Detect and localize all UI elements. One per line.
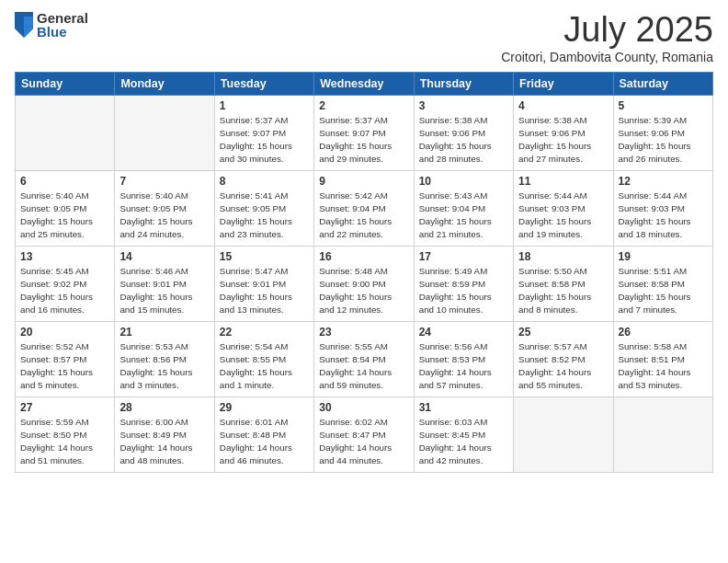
day-number: 2 xyxy=(319,99,408,112)
calendar-cell: 19Sunrise: 5:51 AM Sunset: 8:58 PM Dayli… xyxy=(613,246,712,321)
header: General Blue July 2025 Croitori, Dambovi… xyxy=(15,11,713,64)
day-number: 17 xyxy=(419,250,508,263)
day-info: Sunrise: 5:50 AM Sunset: 8:58 PM Dayligh… xyxy=(518,265,608,317)
day-info: Sunrise: 5:48 AM Sunset: 9:00 PM Dayligh… xyxy=(319,265,408,317)
day-info: Sunrise: 5:55 AM Sunset: 8:54 PM Dayligh… xyxy=(319,340,408,393)
calendar-week-2: 6Sunrise: 5:40 AM Sunset: 9:05 PM Daylig… xyxy=(16,170,713,246)
calendar-cell: 27Sunrise: 5:59 AM Sunset: 8:50 PM Dayli… xyxy=(16,396,115,472)
logo-general: General xyxy=(37,11,88,25)
calendar-cell xyxy=(16,95,115,170)
day-number: 30 xyxy=(319,401,408,414)
title-block: July 2025 Croitori, Dambovita County, Ro… xyxy=(501,11,713,64)
calendar-cell: 7Sunrise: 5:40 AM Sunset: 9:05 PM Daylig… xyxy=(115,170,214,246)
day-info: Sunrise: 6:00 AM Sunset: 8:49 PM Dayligh… xyxy=(119,416,209,468)
day-info: Sunrise: 6:01 AM Sunset: 8:48 PM Dayligh… xyxy=(220,416,309,468)
day-info: Sunrise: 5:54 AM Sunset: 8:55 PM Dayligh… xyxy=(220,340,309,393)
calendar-cell: 26Sunrise: 5:58 AM Sunset: 8:51 PM Dayli… xyxy=(613,321,712,396)
day-info: Sunrise: 5:57 AM Sunset: 8:52 PM Dayligh… xyxy=(518,340,608,393)
day-info: Sunrise: 5:49 AM Sunset: 8:59 PM Dayligh… xyxy=(419,265,508,317)
calendar-cell: 6Sunrise: 5:40 AM Sunset: 9:05 PM Daylig… xyxy=(16,170,115,246)
calendar-cell: 20Sunrise: 5:52 AM Sunset: 8:57 PM Dayli… xyxy=(16,321,115,396)
day-number: 27 xyxy=(20,401,109,414)
calendar-cell: 4Sunrise: 5:38 AM Sunset: 9:06 PM Daylig… xyxy=(514,95,613,170)
day-info: Sunrise: 5:44 AM Sunset: 9:03 PM Dayligh… xyxy=(619,190,708,242)
calendar-cell: 29Sunrise: 6:01 AM Sunset: 8:48 PM Dayli… xyxy=(214,396,313,472)
calendar-cell: 13Sunrise: 5:45 AM Sunset: 9:02 PM Dayli… xyxy=(16,246,115,321)
calendar-cell: 31Sunrise: 6:03 AM Sunset: 8:45 PM Dayli… xyxy=(414,396,513,472)
month-title: July 2025 xyxy=(501,11,713,50)
col-tuesday: Tuesday xyxy=(214,72,313,95)
day-number: 19 xyxy=(619,250,708,263)
day-info: Sunrise: 5:44 AM Sunset: 9:03 PM Dayligh… xyxy=(518,190,608,242)
calendar-cell: 1Sunrise: 5:37 AM Sunset: 9:07 PM Daylig… xyxy=(214,95,313,170)
day-info: Sunrise: 6:02 AM Sunset: 8:47 PM Dayligh… xyxy=(319,416,408,468)
day-info: Sunrise: 5:51 AM Sunset: 8:58 PM Dayligh… xyxy=(619,265,708,317)
calendar-cell: 2Sunrise: 5:37 AM Sunset: 9:07 PM Daylig… xyxy=(314,95,414,170)
day-number: 9 xyxy=(319,175,408,188)
calendar-cell: 16Sunrise: 5:48 AM Sunset: 9:00 PM Dayli… xyxy=(314,246,414,321)
day-info: Sunrise: 5:58 AM Sunset: 8:51 PM Dayligh… xyxy=(619,340,708,393)
day-info: Sunrise: 5:38 AM Sunset: 9:06 PM Dayligh… xyxy=(419,114,508,167)
calendar-cell xyxy=(115,95,214,170)
day-number: 8 xyxy=(220,175,309,188)
calendar-cell: 8Sunrise: 5:41 AM Sunset: 9:05 PM Daylig… xyxy=(214,170,313,246)
day-number: 21 xyxy=(119,326,209,339)
calendar-cell: 14Sunrise: 5:46 AM Sunset: 9:01 PM Dayli… xyxy=(115,246,214,321)
svg-marker-1 xyxy=(24,17,33,38)
day-info: Sunrise: 5:46 AM Sunset: 9:01 PM Dayligh… xyxy=(119,265,209,317)
day-number: 20 xyxy=(20,326,109,339)
day-info: Sunrise: 5:45 AM Sunset: 9:02 PM Dayligh… xyxy=(20,265,109,317)
day-info: Sunrise: 5:41 AM Sunset: 9:05 PM Dayligh… xyxy=(220,190,309,242)
calendar-week-4: 20Sunrise: 5:52 AM Sunset: 8:57 PM Dayli… xyxy=(16,321,713,396)
calendar-week-3: 13Sunrise: 5:45 AM Sunset: 9:02 PM Dayli… xyxy=(16,246,713,321)
col-thursday: Thursday xyxy=(414,72,513,95)
day-info: Sunrise: 5:40 AM Sunset: 9:05 PM Dayligh… xyxy=(119,190,209,242)
day-number: 4 xyxy=(518,99,608,112)
col-monday: Monday xyxy=(115,72,214,95)
day-number: 3 xyxy=(419,99,508,112)
calendar-cell: 9Sunrise: 5:42 AM Sunset: 9:04 PM Daylig… xyxy=(314,170,414,246)
calendar-cell: 22Sunrise: 5:54 AM Sunset: 8:55 PM Dayli… xyxy=(214,321,313,396)
calendar-cell: 30Sunrise: 6:02 AM Sunset: 8:47 PM Dayli… xyxy=(314,396,414,472)
calendar-cell: 21Sunrise: 5:53 AM Sunset: 8:56 PM Dayli… xyxy=(115,321,214,396)
col-sunday: Sunday xyxy=(16,72,115,95)
day-info: Sunrise: 5:53 AM Sunset: 8:56 PM Dayligh… xyxy=(119,340,209,393)
day-number: 26 xyxy=(619,326,708,339)
calendar-cell: 12Sunrise: 5:44 AM Sunset: 9:03 PM Dayli… xyxy=(613,170,712,246)
day-number: 12 xyxy=(619,175,708,188)
day-info: Sunrise: 5:56 AM Sunset: 8:53 PM Dayligh… xyxy=(419,340,508,393)
day-info: Sunrise: 5:37 AM Sunset: 9:07 PM Dayligh… xyxy=(319,114,408,167)
col-wednesday: Wednesday xyxy=(314,72,414,95)
subtitle: Croitori, Dambovita County, Romania xyxy=(501,50,713,64)
day-number: 29 xyxy=(220,401,309,414)
logo-blue: Blue xyxy=(37,25,88,39)
day-info: Sunrise: 5:37 AM Sunset: 9:07 PM Dayligh… xyxy=(220,114,309,167)
calendar-cell: 25Sunrise: 5:57 AM Sunset: 8:52 PM Dayli… xyxy=(514,321,613,396)
calendar-week-5: 27Sunrise: 5:59 AM Sunset: 8:50 PM Dayli… xyxy=(16,396,713,472)
day-info: Sunrise: 5:47 AM Sunset: 9:01 PM Dayligh… xyxy=(220,265,309,317)
logo-icon xyxy=(15,12,33,38)
day-number: 15 xyxy=(220,250,309,263)
col-friday: Friday xyxy=(514,72,613,95)
day-number: 1 xyxy=(220,99,309,112)
day-info: Sunrise: 5:43 AM Sunset: 9:04 PM Dayligh… xyxy=(419,190,508,242)
day-number: 14 xyxy=(119,250,209,263)
day-number: 18 xyxy=(518,250,608,263)
calendar-cell xyxy=(514,396,613,472)
calendar-cell: 23Sunrise: 5:55 AM Sunset: 8:54 PM Dayli… xyxy=(314,321,414,396)
day-number: 11 xyxy=(518,175,608,188)
calendar-cell: 18Sunrise: 5:50 AM Sunset: 8:58 PM Dayli… xyxy=(514,246,613,321)
day-info: Sunrise: 5:38 AM Sunset: 9:06 PM Dayligh… xyxy=(518,114,608,167)
day-info: Sunrise: 6:03 AM Sunset: 8:45 PM Dayligh… xyxy=(419,416,508,468)
day-info: Sunrise: 5:52 AM Sunset: 8:57 PM Dayligh… xyxy=(20,340,109,393)
calendar-cell: 11Sunrise: 5:44 AM Sunset: 9:03 PM Dayli… xyxy=(514,170,613,246)
page: General Blue July 2025 Croitori, Dambovi… xyxy=(0,0,728,563)
calendar-cell: 17Sunrise: 5:49 AM Sunset: 8:59 PM Dayli… xyxy=(414,246,513,321)
day-number: 28 xyxy=(119,401,209,414)
day-info: Sunrise: 5:59 AM Sunset: 8:50 PM Dayligh… xyxy=(20,416,109,468)
calendar-cell: 3Sunrise: 5:38 AM Sunset: 9:06 PM Daylig… xyxy=(414,95,513,170)
calendar-cell xyxy=(613,396,712,472)
day-info: Sunrise: 5:39 AM Sunset: 9:06 PM Dayligh… xyxy=(619,114,708,167)
day-number: 24 xyxy=(419,326,508,339)
day-number: 6 xyxy=(20,175,109,188)
